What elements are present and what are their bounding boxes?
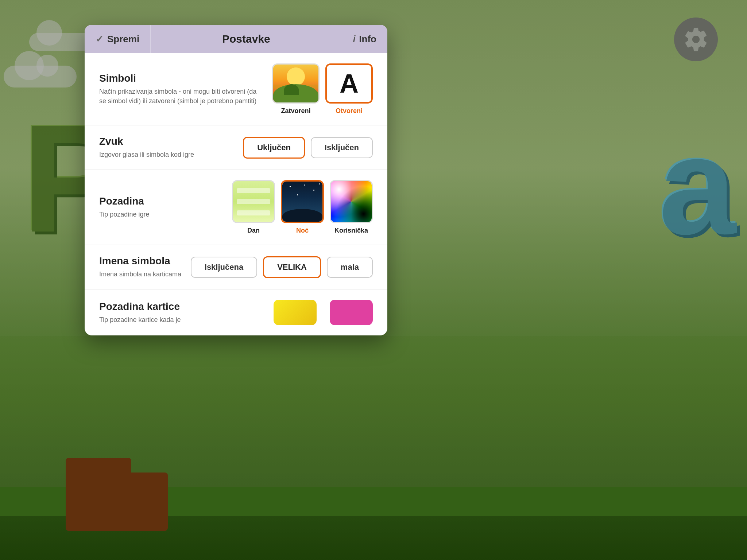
simboli-row: Simboli Način prikazivanja simbola - oni… bbox=[85, 53, 387, 125]
star-5 bbox=[319, 183, 320, 184]
imena-desc: Imena simbola na karticama bbox=[99, 270, 183, 279]
zvuk-options: Uključen Isključen bbox=[243, 137, 373, 159]
velika-button[interactable]: VELIKA bbox=[263, 256, 321, 278]
zatvoreni-label: Zatvoreni bbox=[281, 107, 310, 115]
dan-option: Dan bbox=[232, 180, 275, 234]
info-button[interactable]: i Info bbox=[342, 25, 387, 53]
korisnicka-label: Korisnička bbox=[334, 227, 368, 234]
settings-dialog: ✓ Spremi Postavke i Info Simboli Način p… bbox=[85, 25, 387, 335]
zatvoreni-option: Zatvoreni bbox=[272, 63, 320, 115]
iskljucen-button[interactable]: Isključen bbox=[311, 137, 373, 158]
check-icon: ✓ bbox=[96, 34, 104, 45]
dialog-header: ✓ Spremi Postavke i Info bbox=[85, 25, 387, 53]
simboli-options: Zatvoreni A Otvoreni bbox=[272, 63, 373, 115]
pozadina-label: Pozadina Tip pozadine igre bbox=[99, 195, 225, 219]
pozadina-title: Pozadina bbox=[99, 195, 225, 207]
imena-label-section: Imena simbola Imena simbola na karticama bbox=[99, 255, 183, 279]
day-strip-2 bbox=[237, 199, 270, 204]
sun bbox=[287, 67, 305, 86]
star-3 bbox=[313, 190, 314, 191]
simboli-label: Simboli Način prikazivanja simbola - oni… bbox=[99, 73, 265, 105]
save-label: Spremi bbox=[107, 34, 139, 45]
zvuk-title: Zvuk bbox=[99, 136, 236, 147]
star-2 bbox=[304, 184, 305, 186]
day-strip-3 bbox=[237, 210, 270, 215]
colorpicker-black bbox=[331, 181, 372, 222]
otvoreni-image[interactable]: A bbox=[325, 63, 373, 104]
mala-button[interactable]: mala bbox=[327, 257, 373, 278]
card-preview-yellow[interactable] bbox=[274, 300, 317, 325]
noc-option: Noć bbox=[281, 180, 324, 234]
dialog-title: Postavke bbox=[151, 25, 342, 53]
iskljucena-button[interactable]: Isključena bbox=[191, 257, 257, 278]
pozadina-kartice-row: Pozadina kartice Tip pozadine kartice ka… bbox=[85, 289, 387, 335]
tree bbox=[284, 84, 299, 95]
imena-title: Imena simbola bbox=[99, 255, 183, 267]
card-preview-pink[interactable] bbox=[330, 300, 373, 325]
info-label: Info bbox=[359, 34, 376, 45]
day-graphic bbox=[233, 181, 274, 222]
imena-simbola-row: Imena simbola Imena simbola na karticama… bbox=[85, 245, 387, 289]
simboli-title: Simboli bbox=[99, 73, 265, 84]
star-1 bbox=[290, 186, 291, 187]
imena-options: Isključena VELIKA mala bbox=[191, 256, 373, 278]
info-icon: i bbox=[353, 34, 356, 44]
korisnicka-option: Korisnička bbox=[330, 180, 373, 234]
noc-label: Noć bbox=[296, 227, 309, 234]
card-bg-title: Pozadina kartice bbox=[99, 301, 266, 312]
save-button[interactable]: ✓ Spremi bbox=[85, 25, 151, 53]
korisnicka-preview[interactable] bbox=[330, 180, 373, 223]
sunset-graphic bbox=[273, 65, 318, 102]
night-hills bbox=[282, 209, 322, 222]
dialog-body: Simboli Način prikazivanja simbola - oni… bbox=[85, 53, 387, 335]
zatvoreni-image[interactable] bbox=[272, 63, 320, 104]
pozadina-row: Pozadina Tip pozadine igre Dan bbox=[85, 170, 387, 245]
colorpicker-graphic bbox=[331, 181, 372, 222]
otvoreni-option: A Otvoreni bbox=[325, 63, 373, 115]
pozadina-desc: Tip pozadine igre bbox=[99, 210, 225, 219]
ukljucen-button[interactable]: Uključen bbox=[243, 137, 305, 159]
night-graphic bbox=[282, 182, 322, 222]
letter-a-graphic: A bbox=[327, 65, 371, 102]
zvuk-row: Zvuk Izgovor glasa ili simbola kod igre … bbox=[85, 125, 387, 170]
dan-preview[interactable] bbox=[232, 180, 275, 223]
card-bg-desc: Tip pozadine kartice kada je bbox=[99, 315, 266, 324]
day-strip-1 bbox=[237, 188, 270, 193]
pozadina-options: Dan Noć bbox=[232, 180, 373, 234]
card-bg-label-section: Pozadina kartice Tip pozadine kartice ka… bbox=[99, 301, 266, 324]
noc-preview[interactable] bbox=[281, 180, 324, 223]
dan-label: Dan bbox=[247, 227, 260, 234]
zvuk-label: Zvuk Izgovor glasa ili simbola kod igre bbox=[99, 136, 236, 159]
otvoreni-label: Otvoreni bbox=[336, 107, 363, 115]
simboli-desc: Način prikazivanja simbola - oni mogu bi… bbox=[99, 87, 265, 105]
zvuk-desc: Izgovor glasa ili simbola kod igre bbox=[99, 150, 236, 159]
star-4 bbox=[297, 194, 298, 195]
